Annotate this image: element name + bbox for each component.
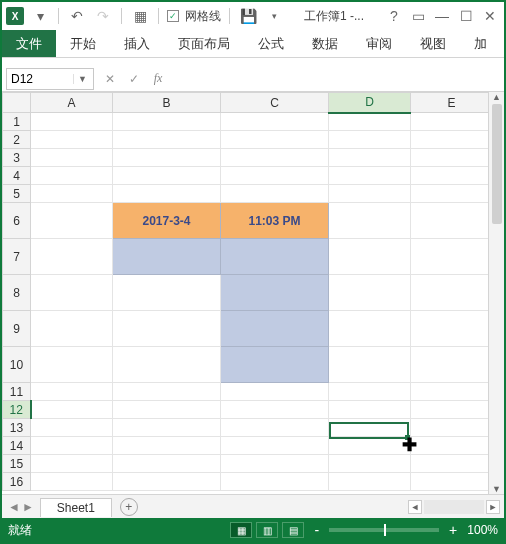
vertical-scrollbar[interactable]: ▲ ▼ xyxy=(488,92,504,494)
sheet-nav-next-icon[interactable]: ► xyxy=(22,500,34,514)
ribbon-options-icon[interactable]: ▭ xyxy=(408,6,428,26)
enter-icon[interactable]: ✓ xyxy=(124,72,144,86)
status-bar: 就绪 ▦ ▥ ▤ - + 100% xyxy=(2,518,504,542)
excel-icon: X xyxy=(6,7,24,25)
tab-insert[interactable]: 插入 xyxy=(110,30,164,57)
maximize-icon[interactable]: ☐ xyxy=(456,6,476,26)
row-header[interactable]: 11 xyxy=(3,383,31,401)
sheet-tab-active[interactable]: Sheet1 xyxy=(40,498,112,517)
row-header[interactable]: 8 xyxy=(3,275,31,311)
row-header[interactable]: 5 xyxy=(3,185,31,203)
zoom-level[interactable]: 100% xyxy=(467,523,498,537)
close-icon[interactable]: ✕ xyxy=(480,6,500,26)
undo-icon[interactable]: ↶ xyxy=(67,6,87,26)
worksheet-area: A B C D E 1 2 3 4 5 62017-3-411:03 PM 7 … xyxy=(2,92,504,494)
document-title: 工作簿1 -... xyxy=(284,8,384,25)
row-header[interactable]: 3 xyxy=(3,149,31,167)
formula-bar: ▼ ✕ ✓ fx xyxy=(2,66,504,92)
ribbon-tabs: 文件 开始 插入 页面布局 公式 数据 审阅 视图 加 xyxy=(2,30,504,58)
borders-icon[interactable]: ▦ xyxy=(130,6,150,26)
row-header[interactable]: 15 xyxy=(3,455,31,473)
name-box-dropdown-icon[interactable]: ▼ xyxy=(73,74,91,84)
gridlines-label: 网格线 xyxy=(185,8,221,25)
row-header[interactable]: 2 xyxy=(3,131,31,149)
view-normal-icon[interactable]: ▦ xyxy=(230,522,252,538)
row-header[interactable]: 14 xyxy=(3,437,31,455)
zoom-in-button[interactable]: + xyxy=(449,522,457,538)
row-header[interactable]: 12 xyxy=(3,401,31,419)
tab-page-layout[interactable]: 页面布局 xyxy=(164,30,244,57)
add-sheet-button[interactable]: + xyxy=(120,498,138,516)
row-header[interactable]: 1 xyxy=(3,113,31,131)
cell-c8[interactable] xyxy=(221,275,329,311)
name-box-input[interactable] xyxy=(7,72,73,86)
sheet-tab-bar: ◄ ► Sheet1 + ◄ ► xyxy=(2,494,504,518)
cell-b7[interactable] xyxy=(113,239,221,275)
col-header-b[interactable]: B xyxy=(113,93,221,113)
help-icon[interactable]: ? xyxy=(384,6,404,26)
tab-more[interactable]: 加 xyxy=(460,30,501,57)
spreadsheet-grid[interactable]: A B C D E 1 2 3 4 5 62017-3-411:03 PM 7 … xyxy=(2,92,488,491)
hscroll-track[interactable] xyxy=(424,500,484,514)
tab-view[interactable]: 视图 xyxy=(406,30,460,57)
tab-review[interactable]: 审阅 xyxy=(352,30,406,57)
save-icon[interactable]: 💾 xyxy=(238,6,258,26)
title-bar: X ▾ ↶ ↷ ▦ ✓ 网格线 💾 ▾ 工作簿1 -... ? ▭ — ☐ ✕ xyxy=(2,2,504,30)
scroll-down-icon[interactable]: ▼ xyxy=(492,484,501,494)
row-header[interactable]: 9 xyxy=(3,311,31,347)
status-ready: 就绪 xyxy=(8,522,32,539)
minimize-icon[interactable]: — xyxy=(432,6,452,26)
tab-data[interactable]: 数据 xyxy=(298,30,352,57)
row-header[interactable]: 13 xyxy=(3,419,31,437)
col-header-e[interactable]: E xyxy=(411,93,489,113)
cell-c6[interactable]: 11:03 PM xyxy=(221,203,329,239)
cell-c7[interactable] xyxy=(221,239,329,275)
cell-c10[interactable] xyxy=(221,347,329,383)
redo-icon[interactable]: ↷ xyxy=(93,6,113,26)
sheet-nav-prev-icon[interactable]: ◄ xyxy=(8,500,20,514)
window-controls: ? ▭ — ☐ ✕ xyxy=(384,6,500,26)
qat-more-icon[interactable]: ▾ xyxy=(264,6,284,26)
tab-formulas[interactable]: 公式 xyxy=(244,30,298,57)
cell-d12[interactable] xyxy=(329,401,411,419)
col-header-a[interactable]: A xyxy=(31,93,113,113)
zoom-slider[interactable] xyxy=(329,528,439,532)
col-header-c[interactable]: C xyxy=(221,93,329,113)
hscroll-right-icon[interactable]: ► xyxy=(486,500,500,514)
view-page-layout-icon[interactable]: ▥ xyxy=(256,522,278,538)
quick-access-toolbar: X ▾ ↶ ↷ ▦ ✓ 网格线 💾 ▾ xyxy=(6,6,284,26)
gridlines-checkbox[interactable]: ✓ xyxy=(167,10,179,22)
qat-dropdown-icon[interactable]: ▾ xyxy=(30,6,50,26)
scrollbar-thumb[interactable] xyxy=(492,104,502,224)
hscroll-left-icon[interactable]: ◄ xyxy=(408,500,422,514)
cell-c9[interactable] xyxy=(221,311,329,347)
name-box[interactable]: ▼ xyxy=(6,68,94,90)
row-header[interactable]: 16 xyxy=(3,473,31,491)
cell-b6[interactable]: 2017-3-4 xyxy=(113,203,221,239)
zoom-out-button[interactable]: - xyxy=(314,522,319,538)
horizontal-scrollbar[interactable]: ◄ ► xyxy=(138,500,504,514)
row-header[interactable]: 10 xyxy=(3,347,31,383)
scroll-up-icon[interactable]: ▲ xyxy=(492,92,501,102)
tab-home[interactable]: 开始 xyxy=(56,30,110,57)
fx-icon[interactable]: fx xyxy=(148,71,168,86)
row-header[interactable]: 7 xyxy=(3,239,31,275)
cancel-icon[interactable]: ✕ xyxy=(100,72,120,86)
view-page-break-icon[interactable]: ▤ xyxy=(282,522,304,538)
row-header[interactable]: 6 xyxy=(3,203,31,239)
select-all-corner[interactable] xyxy=(3,93,31,113)
col-header-d[interactable]: D xyxy=(329,93,411,113)
row-header[interactable]: 4 xyxy=(3,167,31,185)
file-tab[interactable]: 文件 xyxy=(2,30,56,57)
